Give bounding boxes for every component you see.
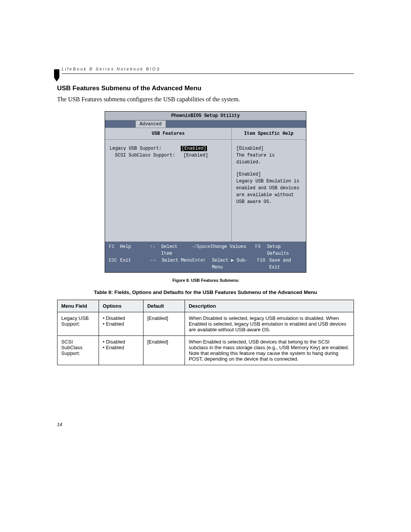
table-header-row: Menu Field Options Default Description — [57, 300, 354, 312]
bios-setting-value: [Enabled] — [183, 153, 208, 158]
section-intro: The USB Features submenu configures the … — [57, 96, 354, 103]
cell-menu-field: SCSI SubClass Support: — [57, 336, 99, 365]
footer-action: Setup Defaults — [267, 243, 302, 257]
running-head: LifeBook B Series Notebook BIOS — [62, 67, 354, 74]
help-body: Legacy USB Emulation is enabled and USB … — [236, 178, 301, 205]
bios-setting-row: SCSI SubClass Support: [Enabled] — [110, 152, 227, 159]
footer-key: -/Space — [191, 243, 210, 257]
bios-footer: F1 Help ↑↓ Select Item -/Space Change Va… — [105, 242, 306, 272]
th-menu-field: Menu Field — [57, 300, 99, 312]
cell-default: [Enabled] — [143, 312, 185, 336]
page-number: 14 — [57, 422, 62, 427]
cell-description: When Disabled is selected, legacy USB em… — [185, 312, 354, 336]
footer-key: F1 — [109, 243, 120, 257]
bios-left-title: USB Features — [105, 128, 231, 140]
table-row: SCSI SubClass Support: Disabled Enabled … — [57, 336, 354, 365]
bios-setting-label: Legacy USB Support: — [110, 146, 162, 151]
cell-default: [Enabled] — [143, 336, 185, 365]
option-item: Enabled — [103, 321, 139, 327]
option-item: Enabled — [103, 345, 139, 350]
page-marker-icon — [54, 69, 59, 81]
footer-action: Save and Exit — [269, 257, 302, 271]
table-caption: Table 8: Fields, Options and Defaults fo… — [57, 289, 354, 295]
footer-action: Help — [120, 243, 150, 257]
bios-left-pane: USB Features Legacy USB Support: [Enable… — [105, 128, 232, 241]
option-item: Disabled — [103, 315, 139, 321]
option-item: Disabled — [103, 339, 139, 345]
footer-key: F9 — [255, 243, 267, 257]
footer-action: Change Values — [210, 243, 255, 257]
cell-options: Disabled Enabled — [99, 336, 143, 365]
footer-key: F10 — [257, 257, 269, 271]
th-default: Default — [143, 300, 185, 312]
bios-setting-value-selected: [Enabled] — [181, 146, 207, 151]
bios-setting-label: SCSI SubClass Support: — [115, 153, 175, 158]
cell-menu-field: Legacy USB Support: — [57, 312, 99, 336]
footer-action: Select Item — [161, 243, 191, 257]
footer-key: ↑↓ — [150, 243, 161, 257]
bios-screenshot: PhoenixBIOS Setup Utility Advanced USB F… — [105, 111, 306, 273]
section-title: USB Features Submenu of the Advanced Men… — [57, 85, 354, 92]
footer-key: ←→ — [150, 257, 162, 271]
help-body: The feature is disabled. — [236, 152, 301, 166]
bios-right-title: Item Specific Help — [232, 128, 306, 140]
footer-action: Exit — [120, 257, 151, 271]
bios-setting-row: Legacy USB Support: [Enabled] — [110, 145, 227, 152]
footer-key: Enter — [192, 257, 212, 271]
footer-action: Select ▶ Sub-Menu — [212, 257, 257, 271]
help-head: [Enabled] — [236, 171, 301, 178]
figure-caption: Figure 8. USB Features Submenu — [57, 278, 354, 283]
footer-action: Select Menu — [162, 257, 192, 271]
options-table: Menu Field Options Default Description L… — [57, 300, 354, 365]
th-options: Options — [99, 300, 143, 312]
help-head: [Disabled] — [236, 145, 301, 152]
bios-utility-title: PhoenixBIOS Setup Utility — [105, 112, 306, 120]
bios-right-pane: Item Specific Help [Disabled] The featur… — [232, 128, 306, 241]
bios-tab-advanced: Advanced — [135, 120, 166, 128]
footer-key: ESC — [109, 257, 120, 271]
bios-tab-bar: Advanced — [105, 120, 306, 128]
cell-description: When Enabled is selected, USB devices th… — [185, 336, 354, 365]
table-row: Legacy USB Support: Disabled Enabled [En… — [57, 312, 354, 336]
th-description: Description — [185, 300, 354, 312]
page-content: LifeBook B Series Notebook BIOS USB Feat… — [0, 0, 411, 396]
cell-options: Disabled Enabled — [99, 312, 143, 336]
